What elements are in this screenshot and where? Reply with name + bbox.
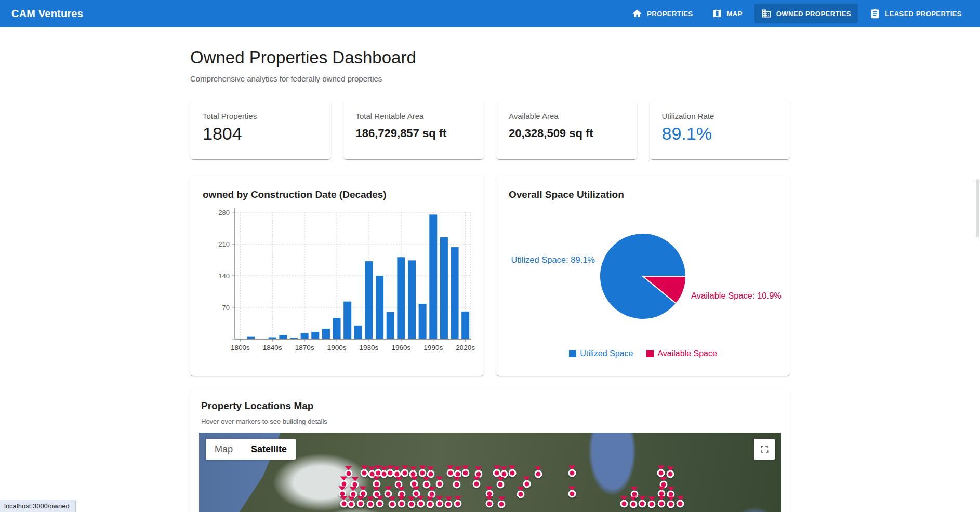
map-marker[interactable] [454, 500, 462, 508]
top-navbar: CAM Ventures PROPERTIES MAP OWNED PROPER… [0, 0, 980, 27]
svg-text:1900s: 1900s [327, 344, 347, 352]
pie-chart-title: Overall Space Utilization [496, 176, 790, 200]
page-title: Owned Properties Dashboard [190, 48, 790, 68]
map-marker[interactable] [667, 501, 675, 508]
charts-row: owned by Construction Date (Decades) 701… [190, 176, 790, 376]
nav-items: PROPERTIES MAP OWNED PROPERTIES LEASED P… [625, 4, 969, 23]
home-icon [632, 8, 642, 19]
svg-text:210: 210 [218, 240, 230, 248]
legend-label: Available Space [657, 349, 717, 358]
nav-item-map[interactable]: MAP [705, 4, 749, 23]
svg-text:1990s: 1990s [423, 344, 443, 352]
pie-legend: Utilized Space Available Space [496, 349, 790, 358]
nav-item-owned-properties[interactable]: OWNED PROPERTIES [754, 4, 858, 23]
map-marker[interactable] [677, 500, 684, 508]
stat-value: 89.1% [662, 124, 778, 144]
map-marker[interactable] [667, 470, 674, 478]
map-type-control: Map Satellite [206, 439, 296, 460]
legend-label: Utilized Space [580, 349, 633, 358]
map-marker[interactable] [497, 481, 505, 489]
scrollbar-thumb[interactable] [976, 179, 979, 237]
map-marker[interactable] [657, 469, 665, 477]
map-marker[interactable] [407, 501, 415, 508]
map-marker[interactable] [445, 501, 453, 508]
svg-text:1960s: 1960s [391, 344, 410, 352]
nav-item-properties[interactable]: PROPERTIES [625, 4, 699, 23]
stat-card-total-rentable-area: Total Rentable Area 186,729,857 sq ft [343, 101, 484, 159]
nav-item-leased-properties[interactable]: LEASED PROPERTIES [863, 4, 969, 23]
map-marker[interactable] [498, 501, 506, 508]
map-marker[interactable] [639, 500, 646, 508]
map-marker[interactable] [435, 500, 443, 508]
stat-label: Total Properties [203, 112, 319, 120]
stat-value: 20,328,509 sq ft [509, 127, 625, 140]
fullscreen-icon [760, 444, 769, 454]
stat-value: 186,729,857 sq ft [356, 127, 472, 140]
stat-value: 1804 [203, 124, 319, 144]
pie-label-available: Available Space: 10.9% [691, 291, 782, 301]
svg-text:70: 70 [222, 304, 230, 312]
map-view-button[interactable]: Map [206, 439, 242, 460]
building-icon [761, 8, 772, 19]
map-marker[interactable] [398, 500, 405, 508]
fullscreen-button[interactable] [754, 439, 775, 460]
legend-swatch-utilized [569, 350, 576, 357]
map-marker[interactable] [534, 470, 542, 478]
map-marker[interactable] [568, 490, 576, 498]
svg-text:2020s: 2020s [456, 344, 475, 352]
map-marker[interactable] [435, 480, 443, 488]
legend-swatch-available [646, 350, 654, 357]
construction-date-bar-chart[interactable]: 701402102801800s1840s1870s1900s1930s1960… [198, 205, 476, 363]
map-marker[interactable] [620, 500, 628, 508]
map-marker[interactable] [357, 500, 365, 508]
satellite-view-button[interactable]: Satellite [242, 439, 296, 460]
nav-item-label: LEASED PROPERTIES [885, 10, 962, 18]
nav-item-label: OWNED PROPERTIES [776, 10, 851, 18]
map-marker[interactable] [568, 469, 576, 477]
nav-item-label: MAP [727, 10, 743, 18]
map-marker[interactable] [453, 481, 461, 489]
map-marker[interactable] [446, 469, 454, 477]
svg-text:1870s: 1870s [295, 344, 314, 352]
stat-label: Utilization Rate [662, 112, 778, 120]
pie-label-utilized: Utilized Space: 89.1% [508, 255, 595, 265]
map-marker[interactable] [517, 491, 525, 498]
map-marker[interactable] [340, 500, 348, 508]
svg-text:140: 140 [218, 272, 230, 280]
pie-chart-card: Overall Space Utilization Utilized Space… [496, 176, 790, 376]
map-marker[interactable] [419, 469, 427, 477]
svg-text:280: 280 [218, 209, 230, 217]
stat-card-utilization-rate: Utilization Rate 89.1% [650, 101, 790, 159]
map-marker[interactable] [648, 501, 656, 508]
space-utilization-pie-chart[interactable] [583, 217, 703, 336]
page-subtitle: Comprehensive analytics for federally ow… [190, 74, 790, 83]
stat-card-available-area: Available Area 20,328,509 sq ft [496, 101, 637, 159]
nav-item-label: PROPERTIES [647, 10, 693, 18]
map-marker[interactable] [658, 500, 666, 508]
map-marker[interactable] [401, 469, 409, 477]
legend-item-available[interactable]: Available Space [646, 349, 717, 358]
map-marker[interactable] [473, 480, 481, 488]
clipboard-icon [870, 8, 880, 19]
map-marker[interactable] [485, 500, 493, 508]
svg-text:1800s: 1800s [231, 344, 250, 352]
map-marker[interactable] [376, 500, 384, 508]
stat-label: Available Area [509, 112, 625, 120]
bar-chart-card: owned by Construction Date (Decades) 701… [190, 176, 484, 376]
map-marker[interactable] [348, 501, 355, 508]
map-marker[interactable] [367, 501, 375, 508]
map-icon [712, 8, 722, 19]
stats-row: Total Properties 1804 Total Rentable Are… [190, 101, 790, 159]
property-locations-map[interactable]: Map Satellite [199, 433, 781, 512]
map-marker[interactable] [508, 469, 516, 477]
map-marker[interactable] [629, 501, 637, 508]
map-marker[interactable] [426, 501, 434, 508]
map-marker[interactable] [388, 501, 396, 508]
map-marker[interactable] [461, 469, 469, 477]
main-content: Owned Properties Dashboard Comprehensive… [190, 48, 790, 512]
brand-logo: CAM Ventures [11, 8, 83, 20]
map-marker[interactable] [361, 469, 368, 477]
legend-item-utilized[interactable]: Utilized Space [569, 349, 633, 358]
svg-text:1840s: 1840s [263, 344, 282, 352]
map-marker[interactable] [417, 500, 425, 508]
